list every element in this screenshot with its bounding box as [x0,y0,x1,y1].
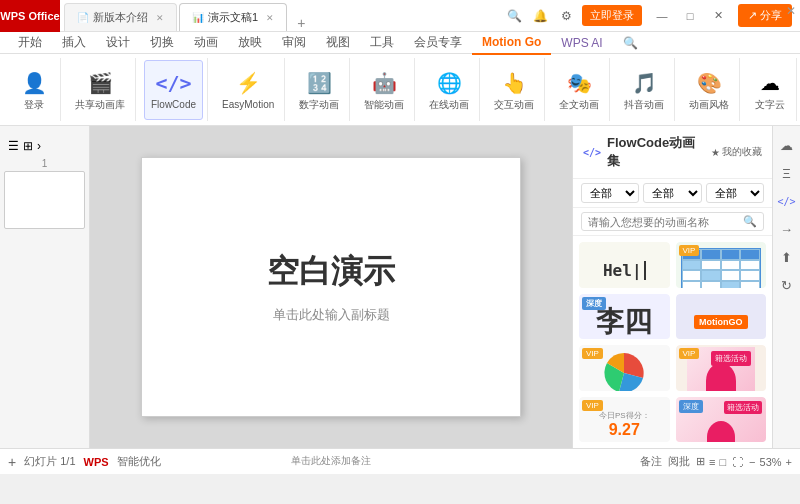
login-button[interactable]: 立即登录 [582,5,642,26]
tab-animation[interactable]: 动画 [184,30,228,55]
content-area: ☰ ⊞ › 1 空白演示 单击此处输入副标题 单击此处添加备注 </> Flow… [0,126,800,448]
sidebar-code-icon[interactable]: </> [776,190,798,212]
add-tab-button[interactable]: + [289,15,313,31]
login-tool-button[interactable]: 👤 登录 [12,60,56,120]
tab-search[interactable]: 🔍 [613,32,648,54]
online-anim-icon: 🌐 [435,69,463,97]
digit-anim-label: 数字动画 [299,99,339,111]
anim-typewriter[interactable]: Hel| 翻除与打字机 [579,242,670,288]
panel-list-icon[interactable]: ☰ [8,139,19,153]
easymotion-button[interactable]: ⚡ EasyMotion [216,60,280,120]
smart-anim-button[interactable]: 🤖 智能动画 [358,60,410,120]
add-slide-icon[interactable]: + [8,454,16,470]
anim-vote-thumb: 深度 籍选活动 [676,397,767,443]
slide-canvas[interactable]: 空白演示 单击此处输入副标题 [141,157,521,417]
search-icon[interactable]: 🔍 [743,215,757,228]
settings-icon[interactable]: ⚙ [556,6,576,26]
tab-switch[interactable]: 切换 [140,30,184,55]
slide-thumb-placeholder [41,194,50,207]
bell-icon[interactable]: 🔔 [530,6,550,26]
tab-intro-close[interactable]: ✕ [156,13,164,23]
interact-anim-button[interactable]: 👆 交互动画 [488,60,540,120]
anim-table[interactable]: VIP [676,242,767,288]
tc14 [701,281,721,288]
slide-panel: ☰ ⊞ › 1 [0,126,90,448]
tc12 [740,270,760,281]
login-tool-label: 登录 [24,99,44,111]
wps-logo[interactable]: WPS Office [0,0,60,32]
fullscreen-icon[interactable]: ⛶ [732,456,743,468]
anim-pie-chart-thumb: VIP [579,345,670,391]
anim-lottery-thumb: VIP 籍选活动 [676,345,767,391]
search-row: 🔍 [573,208,772,236]
share-label: 分享 [760,8,782,23]
anim-list-draw[interactable]: 深度 李四 列表式文本抽奖 [579,294,670,340]
tab-member[interactable]: 会员专享 [404,30,472,55]
zoom-control: − 53% + [749,456,792,468]
anim-vote[interactable]: 深度 籍选活动 籍选活动 [676,397,767,443]
anim-text-shadow[interactable]: MotionGO 文本阴影样式1 [676,294,767,340]
tab-playback[interactable]: 放映 [228,30,272,55]
tab-ppt-close[interactable]: ✕ [266,13,274,23]
tab-design[interactable]: 设计 [96,30,140,55]
panel-expand-icon[interactable]: › [37,139,41,153]
tab-tools[interactable]: 工具 [360,30,404,55]
reading-view-icon[interactable]: □ [719,456,726,468]
tc15 [721,281,741,288]
tab-review[interactable]: 审阅 [272,30,316,55]
tc2 [701,249,721,260]
anim-style-button[interactable]: 🎨 动画风格 [683,60,735,120]
interact-anim-icon: 👆 [500,69,528,97]
sidebar-refresh-icon[interactable]: ↻ [776,274,798,296]
title-bar: WPS Office 📄 新版本介绍 ✕ 📊 演示文稿1 ✕ + 🔍 🔔 ⚙ 立… [0,0,800,32]
anim-lottery[interactable]: VIP 籍选活动 图片等选式抽奖 [676,345,767,391]
tab-ppt-label: 演示文稿1 [208,10,258,25]
filter-select-1[interactable]: 全部 [581,183,639,203]
filter-select-3[interactable]: 全部 [706,183,764,203]
sidebar-arrow-icon[interactable]: → [776,218,798,240]
tab-ppt-icon: 📊 [192,12,204,23]
easymotion-icon: ⚡ [234,69,262,97]
close-button[interactable]: ✕ [704,0,732,32]
sidebar-upload-icon[interactable]: ⬆ [776,246,798,268]
tab-insert[interactable]: 插入 [52,30,96,55]
share-lib-button[interactable]: 🎬 共享动画库 [69,60,131,120]
anim-score[interactable]: VIP 今日PS得分： 9.27 今日PS得分： 9.27 [579,397,670,443]
anim-text-shadow-thumb: MotionGO [676,294,767,340]
filter-select-2[interactable]: 全部 [643,183,701,203]
tab-intro[interactable]: 📄 新版本介绍 ✕ [64,3,177,31]
flowcode-button[interactable]: </> FlowCode [144,60,203,120]
share-button[interactable]: ↗ 分享 [738,4,792,27]
online-anim-button[interactable]: 🌐 在线动画 [423,60,475,120]
outline-view-icon[interactable]: ≡ [709,456,715,468]
slide-1-thumb-inner [7,174,83,226]
tab-motion-go[interactable]: Motion Go [472,31,551,55]
zoom-out-button[interactable]: − [749,456,755,468]
maximize-button[interactable]: □ [676,0,704,32]
panel-thumb-icon[interactable]: ⊞ [23,139,33,153]
tab-wps-ai[interactable]: WPS AI [551,32,612,54]
note-button[interactable]: 备注 [640,454,662,469]
normal-view-icon[interactable]: ⊞ [696,455,705,468]
search-icon[interactable]: 🔍 [504,6,524,26]
sidebar-cloud-icon[interactable]: ☁ [776,134,798,156]
review-button[interactable]: 阅批 [668,454,690,469]
tab-presentation[interactable]: 📊 演示文稿1 ✕ [179,3,287,31]
douyin-anim-button[interactable]: 🎵 抖音动画 [618,60,670,120]
tab-view[interactable]: 视图 [316,30,360,55]
text-cloud-button[interactable]: ☁ 文字云 [748,60,792,120]
slide-subtitle[interactable]: 单击此处输入副标题 [273,306,390,324]
slide-title[interactable]: 空白演示 [267,250,395,294]
zoom-in-button[interactable]: + [786,456,792,468]
tabs-area: 📄 新版本介绍 ✕ 📊 演示文稿1 ✕ + [60,0,504,31]
slide-1-thumbnail[interactable] [4,171,85,229]
sidebar-format-icon[interactable]: Ξ [776,162,798,184]
collection-button[interactable]: ★ 我的收藏 [711,145,762,159]
full-anim-button[interactable]: 🎭 全文动画 [553,60,605,120]
view-icons: ⊞ ≡ □ [696,455,726,468]
search-input[interactable] [588,216,739,228]
anim-pie-chart[interactable]: VIP 饼状图表 [579,345,670,391]
minimize-button[interactable]: — [648,0,676,32]
tab-home[interactable]: 开始 [8,30,52,55]
digit-anim-button[interactable]: 🔢 数字动画 [293,60,345,120]
